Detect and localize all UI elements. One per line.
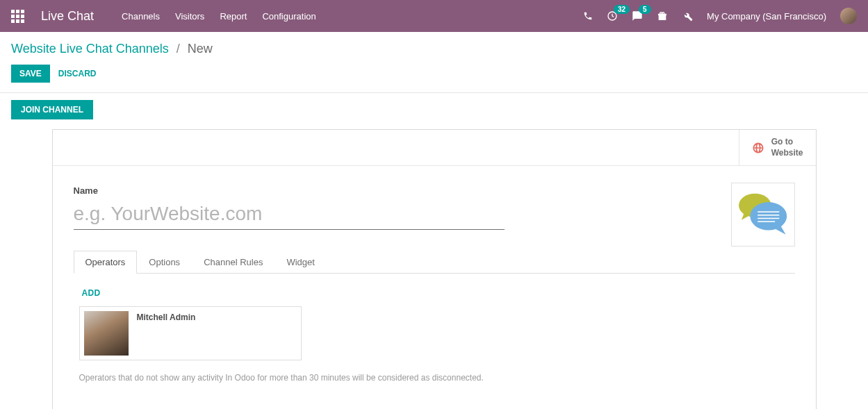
company-selector[interactable]: My Company (San Francisco) <box>707 11 826 22</box>
action-bar: SAVE DISCARD <box>0 59 868 93</box>
tabs: Operators Options Channel Rules Widget <box>74 251 795 274</box>
join-channel-button[interactable]: JOIN CHANNEL <box>11 100 93 119</box>
tab-options[interactable]: Options <box>137 251 192 274</box>
breadcrumb-root[interactable]: Website Live Chat Channels <box>11 42 169 56</box>
tab-channel-rules[interactable]: Channel Rules <box>192 251 275 274</box>
go-to-website-button[interactable]: Go to Website <box>739 130 816 165</box>
nav-right: 32 5 My Company (San Francisco) <box>583 8 857 24</box>
menu-visitors[interactable]: Visitors <box>175 11 204 22</box>
join-row: JOIN CHANNEL <box>0 93 868 119</box>
breadcrumb-current: New <box>188 42 213 56</box>
breadcrumb: Website Live Chat Channels / New <box>0 32 868 59</box>
form-sheet: Go to Website Na <box>52 129 817 409</box>
operator-photo <box>84 311 129 356</box>
activity-badge: 32 <box>614 5 630 14</box>
tab-content-operators: ADD Mitchell Admin Operators that do not… <box>74 274 795 390</box>
tab-operators[interactable]: Operators <box>74 251 138 274</box>
globe-icon <box>752 142 764 154</box>
menu-report[interactable]: Report <box>220 11 247 22</box>
channel-image[interactable] <box>731 183 795 247</box>
user-avatar[interactable] <box>840 8 857 24</box>
operator-card[interactable]: Mitchell Admin <box>79 306 302 360</box>
add-operator-button[interactable]: ADD <box>82 288 101 298</box>
operators-help-text: Operators that do not show any activity … <box>79 373 789 383</box>
menu-channels[interactable]: Channels <box>122 11 160 22</box>
tab-widget[interactable]: Widget <box>275 251 326 274</box>
apps-icon[interactable] <box>11 10 24 23</box>
messages-icon[interactable]: 5 <box>632 10 643 22</box>
top-nav: Live Chat Channels Visitors Report Confi… <box>0 0 868 32</box>
breadcrumb-separator: / <box>177 42 180 56</box>
name-label: Name <box>74 185 505 196</box>
operator-name: Mitchell Admin <box>137 311 196 322</box>
go-to-website-label-1: Go to <box>771 137 803 148</box>
gift-icon[interactable] <box>657 10 668 22</box>
tools-icon[interactable] <box>682 10 693 22</box>
activity-icon[interactable]: 32 <box>607 10 618 22</box>
main-menu: Channels Visitors Report Configuration <box>122 11 316 22</box>
name-input[interactable] <box>74 200 505 230</box>
svg-point-2 <box>750 202 787 230</box>
discard-button[interactable]: DISCARD <box>58 69 97 78</box>
go-to-website-label-2: Website <box>771 148 803 159</box>
menu-configuration[interactable]: Configuration <box>262 11 316 22</box>
chat-bubbles-icon <box>736 190 790 239</box>
app-brand[interactable]: Live Chat <box>41 9 94 24</box>
phone-icon[interactable] <box>583 11 593 21</box>
messages-badge: 5 <box>639 5 651 14</box>
save-button[interactable]: SAVE <box>11 65 50 83</box>
